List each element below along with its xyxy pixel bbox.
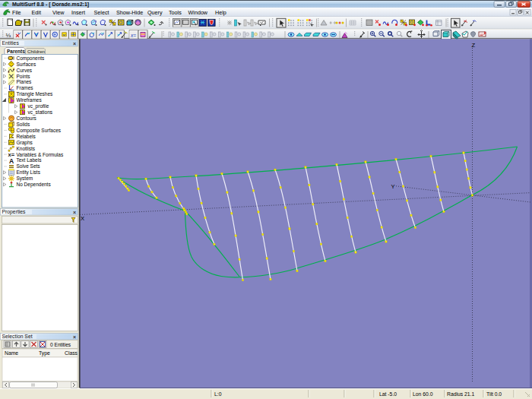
svg-text:No Dependents: No Dependents bbox=[17, 182, 52, 188]
svg-text:Frames: Frames bbox=[17, 85, 34, 90]
svg-text:Solids: Solids bbox=[17, 122, 30, 127]
svg-text:×: × bbox=[73, 210, 76, 215]
svg-text:MultiSurf 8.8 - [ Dorade.ms2:1: MultiSurf 8.8 - [ Dorade.ms2:1] bbox=[12, 2, 89, 8]
svg-text:Insert: Insert bbox=[71, 9, 85, 16]
svg-text:Components: Components bbox=[17, 55, 46, 62]
svg-text:Text Labels: Text Labels bbox=[17, 157, 43, 163]
svg-text:Query: Query bbox=[147, 9, 163, 16]
svg-text:Properties: Properties bbox=[2, 209, 27, 215]
svg-text:Edit: Edit bbox=[32, 9, 41, 16]
svg-text:Class: Class bbox=[65, 350, 78, 356]
svg-text:Planes: Planes bbox=[17, 79, 33, 84]
svg-text:Select: Select bbox=[94, 9, 109, 16]
svg-text:Parents: Parents bbox=[7, 49, 25, 54]
svg-text:Tilt 0.0: Tilt 0.0 bbox=[486, 391, 502, 397]
svg-text:Surfaces: Surfaces bbox=[17, 62, 36, 67]
svg-text:×: × bbox=[73, 41, 76, 46]
svg-text:⅓: ⅓ bbox=[6, 32, 11, 39]
svg-text:Y: Y bbox=[391, 183, 395, 190]
svg-text:Knotlists: Knotlists bbox=[17, 146, 36, 151]
svg-text:Wireframes: Wireframes bbox=[17, 97, 43, 103]
svg-text:Tools: Tools bbox=[169, 9, 182, 16]
svg-text:Triangle Meshes: Triangle Meshes bbox=[17, 91, 54, 97]
svg-text:Lon 60.0: Lon 60.0 bbox=[413, 391, 433, 397]
svg-text:Solve Sets: Solve Sets bbox=[17, 163, 41, 169]
svg-text:Composite Surfaces: Composite Surfaces bbox=[17, 128, 62, 134]
svg-text:×: × bbox=[73, 334, 76, 340]
svg-text:Graphs: Graphs bbox=[17, 140, 33, 146]
svg-text:View: View bbox=[52, 9, 65, 16]
svg-text:Type: Type bbox=[39, 350, 50, 356]
svg-text:A: A bbox=[9, 157, 14, 165]
svg-text:Radius 21.1: Radius 21.1 bbox=[447, 391, 474, 397]
svg-text:System: System bbox=[17, 176, 33, 182]
svg-text:Contours: Contours bbox=[17, 116, 37, 121]
svg-text:L:0: L:0 bbox=[214, 391, 222, 397]
svg-text:x=: x= bbox=[130, 33, 136, 38]
svg-text:X: X bbox=[81, 215, 84, 222]
svg-text:Entities: Entities bbox=[2, 40, 20, 46]
svg-text:Show-Hide: Show-Hide bbox=[116, 9, 143, 16]
svg-text:Name: Name bbox=[5, 350, 18, 356]
svg-text:Lat -5.0: Lat -5.0 bbox=[379, 391, 397, 397]
svg-text:Help: Help bbox=[215, 9, 226, 16]
svg-text:Window: Window bbox=[188, 9, 208, 16]
svg-text:File: File bbox=[12, 9, 21, 16]
svg-text:Children: Children bbox=[27, 49, 46, 54]
svg-text:Selection Set: Selection Set bbox=[2, 334, 33, 339]
svg-text:vc_profile: vc_profile bbox=[28, 103, 49, 109]
svg-text:vc_stations: vc_stations bbox=[28, 109, 53, 116]
svg-text:Points: Points bbox=[17, 74, 31, 79]
svg-text:Z: Z bbox=[472, 42, 476, 49]
svg-text:Variables & Formulas: Variables & Formulas bbox=[17, 152, 64, 157]
svg-text:Curves: Curves bbox=[17, 68, 33, 73]
svg-text:0 Entities: 0 Entities bbox=[50, 342, 71, 347]
svg-text:Entity Lists: Entity Lists bbox=[17, 169, 41, 176]
svg-text:Relabels: Relabels bbox=[17, 134, 36, 139]
